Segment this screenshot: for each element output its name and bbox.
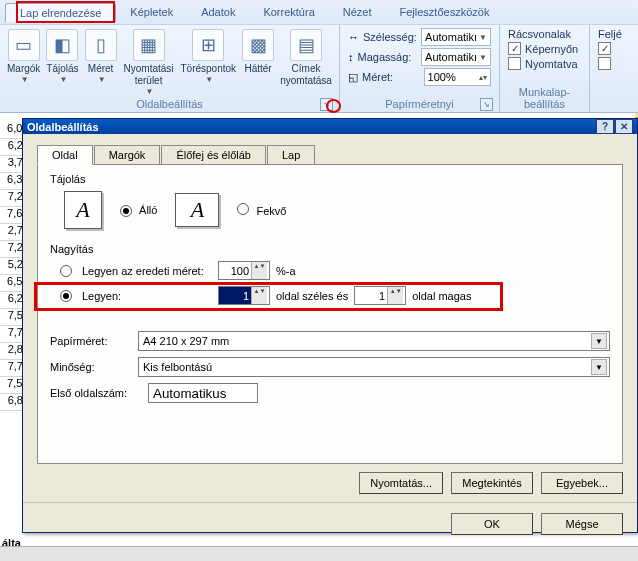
ribbon-titles-button[interactable]: ▤ Címek nyomtatása <box>277 27 335 89</box>
scale-width-value: Automatikı <box>425 31 477 43</box>
portrait-radio-label[interactable]: Álló <box>120 204 157 217</box>
height-icon: ↕ <box>348 51 354 63</box>
ribbon-group-sheetopts-label: Munkalap-beállítás <box>504 86 585 112</box>
adjust-suffix: %-a <box>276 265 296 277</box>
ribbon-background-button[interactable]: ▩ Háttér <box>239 27 277 77</box>
margins-icon: ▭ <box>8 29 40 61</box>
scaling-group-label: Nagyítás <box>50 243 610 255</box>
titles-icon: ▤ <box>290 29 322 61</box>
ribbon-group-scale-label: Papírméretnyi ↘ <box>344 98 495 112</box>
spinner-arrows-icon[interactable]: ▲▼ <box>251 287 267 304</box>
landscape-icon: A <box>175 193 219 227</box>
gridlines-view-label: Képernyőn <box>525 43 578 55</box>
scale-height-field[interactable]: Automatikı▼ <box>421 48 491 66</box>
dialog-tab-sheet[interactable]: Lap <box>267 145 315 165</box>
dropdown-icon: ▼ <box>479 33 487 42</box>
ribbon-tab-review[interactable]: Korrektúra <box>249 3 328 21</box>
scale-icon: ◱ <box>348 71 358 84</box>
ribbon-tab-data[interactable]: Adatok <box>187 3 249 21</box>
dropdown-icon: ▼ <box>60 75 68 84</box>
dialog-tab-headerfooter[interactable]: Élőfej és élőláb <box>161 145 266 165</box>
gridlines-print-checkbox[interactable] <box>508 57 521 70</box>
preview-button[interactable]: Megtekintés <box>451 472 533 494</box>
dialog-close-button[interactable]: ✕ <box>615 119 633 134</box>
first-page-input[interactable] <box>148 383 258 403</box>
ribbon-group-gridlines: Rácsvonalak ✓ Képernyőn Nyomtatva Munkal… <box>500 25 590 112</box>
ribbon-tab-page-layout[interactable]: Lap elrendezése <box>5 3 116 22</box>
dialog-tab-page[interactable]: Oldal <box>37 145 93 165</box>
scale-percent-field[interactable]: 100%▴▾ <box>424 68 491 86</box>
extra-checkbox-2[interactable] <box>598 57 611 70</box>
ribbon-size-button[interactable]: ▯ Méret ▼ <box>82 27 120 86</box>
ribbon-size-label: Méret <box>88 63 114 75</box>
dropdown-icon: ▼ <box>146 87 154 96</box>
adjust-radio[interactable] <box>60 265 72 277</box>
scale-height-label: Magasság: <box>358 51 418 63</box>
dropdown-icon: ▼ <box>98 75 106 84</box>
ribbon-tab-formulas[interactable]: Képletek <box>116 3 187 21</box>
print-quality-combo[interactable]: Kis felbontású ▼ <box>138 357 610 377</box>
print-button[interactable]: Nyomtatás... <box>359 472 443 494</box>
orientation-group-label: Tájolás <box>50 173 610 185</box>
fit-radio[interactable] <box>60 290 72 302</box>
fit-label: Legyen: <box>82 290 212 302</box>
ribbon-tab-view[interactable]: Nézet <box>329 3 386 21</box>
dropdown-icon: ▼ <box>205 75 213 84</box>
options-button[interactable]: Egyebek... <box>541 472 623 494</box>
ribbon-margins-button[interactable]: ▭ Margók ▼ <box>4 27 43 86</box>
adjust-input[interactable] <box>219 262 251 279</box>
ribbon-orientation-button[interactable]: ◧ Tájolás ▼ <box>43 27 81 86</box>
dialog-help-button[interactable]: ? <box>596 119 614 134</box>
ribbon-breaks-label: Töréspontok <box>181 63 237 75</box>
fit-height-input[interactable] <box>355 287 387 304</box>
ribbon-orientation-label: Tájolás <box>46 63 78 75</box>
paper-size-value: A4 210 x 297 mm <box>143 335 229 347</box>
ribbon-printarea-button[interactable]: ▦ Nyomtatási terület ▼ <box>120 27 178 98</box>
ribbon-titles-label: Címek nyomtatása <box>280 63 332 87</box>
scale-height-value: Automatikı <box>425 51 477 63</box>
ribbon-tab-developer[interactable]: Fejlesztőeszközök <box>386 3 504 21</box>
ribbon-margins-label: Margók <box>7 63 40 75</box>
portrait-icon: A <box>64 191 102 229</box>
scale-dialog-launcher[interactable]: ↘ <box>480 98 493 111</box>
ribbon-breaks-button[interactable]: ⊞ Töréspontok ▼ <box>178 27 240 86</box>
ribbon-tabs: Lap elrendezése Képletek Adatok Korrektú… <box>0 0 638 25</box>
paper-size-combo[interactable]: A4 210 x 297 mm ▼ <box>138 331 610 351</box>
ok-button[interactable]: OK <box>451 513 533 535</box>
page-setup-dialog-launcher[interactable]: ↘ <box>320 98 333 111</box>
ribbon-group-sheetopts-text: Munkalap-beállítás <box>519 86 570 110</box>
print-quality-label: Minőség: <box>50 361 130 373</box>
background-icon: ▩ <box>242 29 274 61</box>
landscape-radio[interactable] <box>237 203 249 215</box>
breaks-icon: ⊞ <box>192 29 224 61</box>
landscape-radio-label[interactable]: Fekvő <box>237 203 286 217</box>
cancel-button[interactable]: Mégse <box>541 513 623 535</box>
spinner-arrows-icon[interactable]: ▲▼ <box>251 262 267 279</box>
horizontal-scrollbar[interactable] <box>0 546 638 561</box>
page-setup-dialog: Oldalbeállítás ? ✕ Oldal Margók Élőfej é… <box>22 118 638 533</box>
dialog-titlebar[interactable]: Oldalbeállítás ? ✕ <box>23 119 637 134</box>
fit-height-spinner[interactable]: ▲▼ <box>354 286 406 305</box>
portrait-radio[interactable] <box>120 205 132 217</box>
scale-percent-label: Méret: <box>362 71 420 83</box>
gridlines-print-label: Nyomtatva <box>525 58 578 70</box>
dialog-tab-margins[interactable]: Margók <box>94 145 161 165</box>
first-page-label: Első oldalszám: <box>50 387 140 399</box>
fit-width-input[interactable] <box>219 287 251 304</box>
scale-width-field[interactable]: Automatikı▼ <box>421 28 491 46</box>
orientation-icon: ◧ <box>46 29 78 61</box>
ribbon-printarea-label: Nyomtatási terület <box>123 63 175 87</box>
extra-checkbox-1[interactable]: ✓ <box>598 42 611 55</box>
dropdown-icon: ▼ <box>21 75 29 84</box>
fit-width-text: oldal széles és <box>276 290 348 302</box>
ribbon-background-label: Háttér <box>244 63 271 75</box>
spinner-arrows-icon[interactable]: ▲▼ <box>387 287 403 304</box>
dialog-title-text: Oldalbeállítás <box>27 121 99 133</box>
fit-width-spinner[interactable]: ▲▼ <box>218 286 270 305</box>
dropdown-icon: ▼ <box>591 333 607 349</box>
printarea-icon: ▦ <box>133 29 165 61</box>
adjust-label: Legyen az eredeti méret: <box>82 265 212 277</box>
gridlines-view-checkbox[interactable]: ✓ <box>508 42 521 55</box>
size-icon: ▯ <box>85 29 117 61</box>
adjust-spinner[interactable]: ▲▼ <box>218 261 270 280</box>
